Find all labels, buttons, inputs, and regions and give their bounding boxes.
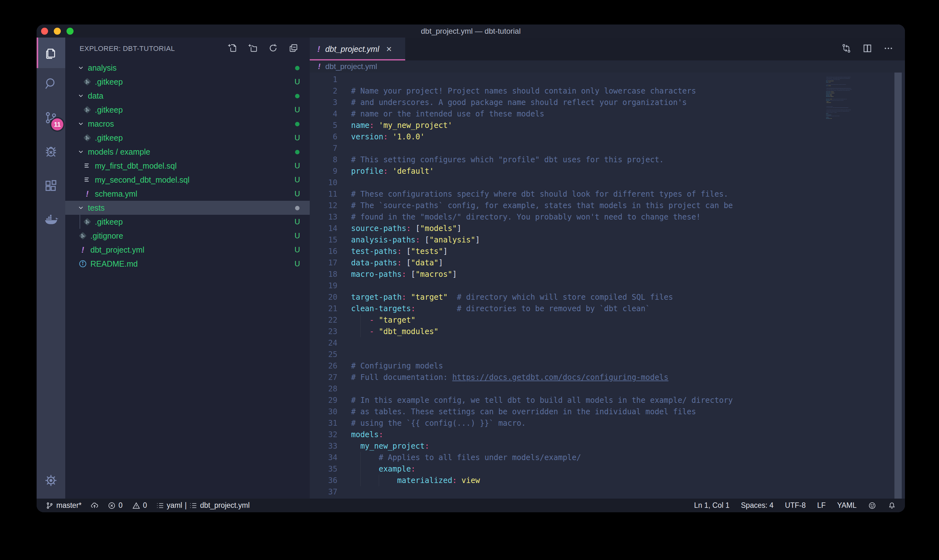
tree-folder-macros[interactable]: macros xyxy=(65,117,310,131)
line-number: 29 xyxy=(310,395,337,406)
code-line-19[interactable] xyxy=(351,280,733,291)
code-line-5[interactable]: name: 'my_new_project' xyxy=(351,120,733,131)
breadcrumb-file-label[interactable]: dbt_project.yml xyxy=(325,62,377,71)
code-line-3[interactable]: # and underscores. A good package name s… xyxy=(351,97,733,108)
code-line-27[interactable]: # Full documentation: https://docs.getdb… xyxy=(351,372,733,383)
code-line-36[interactable]: materialized: view xyxy=(351,475,733,486)
new-folder-icon[interactable] xyxy=(247,42,259,54)
git-status-dot xyxy=(293,203,302,212)
code-line-37[interactable] xyxy=(351,486,733,498)
activity-source-control[interactable]: 11 xyxy=(37,103,65,133)
code-line-10[interactable] xyxy=(351,177,733,188)
explorer-sidebar: EXPLORER: DBT-TUTORIAL analysis.gitkeepU… xyxy=(65,37,310,498)
encoding-indicator[interactable]: UTF-8 xyxy=(785,501,806,510)
code-line-21[interactable]: clean-targets: # directories to be remov… xyxy=(351,303,733,314)
tree-folder-data[interactable]: data xyxy=(65,89,310,103)
code-line-16[interactable]: test-paths: ["tests"] xyxy=(351,246,733,257)
code-line-23[interactable]: - "dbt_modules" xyxy=(351,326,733,337)
code-line-11[interactable]: # These configurations specify where dbt… xyxy=(351,188,733,200)
line-number: 20 xyxy=(310,291,337,303)
code-line-22[interactable]: - "target" xyxy=(351,314,733,326)
problems-indicator[interactable]: 0 0 xyxy=(108,501,147,510)
collapse-all-icon[interactable] xyxy=(288,42,300,54)
tree-item--gitkeep[interactable]: .gitkeepU xyxy=(65,103,310,117)
code-content[interactable]: # Name your project! Project names shoul… xyxy=(826,76,888,121)
code-line-24[interactable] xyxy=(351,337,733,349)
minimap[interactable]: # Name your project! Project names shoul… xyxy=(826,76,893,496)
tree-item-label: macros xyxy=(88,119,114,129)
git-file-icon xyxy=(83,105,92,114)
code-line-28[interactable] xyxy=(351,383,733,395)
activity-bar: 11 xyxy=(37,37,65,498)
activity-settings[interactable] xyxy=(37,465,65,496)
tab-dbt-project-yml[interactable]: ! dbt_project.yml × xyxy=(310,37,405,60)
code-line-14[interactable]: source-paths: ["models"] xyxy=(351,223,733,234)
tree-folder-tests[interactable]: tests xyxy=(65,201,310,215)
tree-item--gitignore[interactable]: .gitignoreU xyxy=(65,229,310,243)
selection-lang-indicator[interactable]: yaml | dbt_project.yml xyxy=(156,501,250,510)
tree-item-readme-md[interactable]: README.mdU xyxy=(65,257,310,271)
more-actions-icon[interactable] xyxy=(883,43,893,55)
code-line-17[interactable]: data-paths: ["data"] xyxy=(351,257,733,269)
eol-indicator[interactable]: LF xyxy=(817,501,826,510)
code-line-7[interactable] xyxy=(351,143,733,154)
debug-icon xyxy=(44,145,58,159)
line-number: 32 xyxy=(310,429,337,440)
code-line-34[interactable]: # Applies to all files under models/exam… xyxy=(351,452,733,463)
code-line-29[interactable]: # In this example config, we tell dbt to… xyxy=(351,395,733,406)
language-mode[interactable]: YAML xyxy=(837,501,857,510)
code-line-8[interactable]: # This setting configures which "profile… xyxy=(351,154,733,165)
code-line-15[interactable]: analysis-paths: ["analysis"] xyxy=(351,234,733,246)
tree-item--gitkeep[interactable]: .gitkeepU xyxy=(65,215,310,229)
indentation-indicator[interactable]: Spaces: 4 xyxy=(741,501,773,510)
code-line-30[interactable]: # as tables. These settings can be overr… xyxy=(351,406,733,417)
tab-close-icon[interactable]: × xyxy=(386,44,392,54)
tree-item-my-second-dbt-model-sql[interactable]: my_second_dbt_model.sqlU xyxy=(65,173,310,187)
tree-item--gitkeep[interactable]: .gitkeepU xyxy=(65,75,310,89)
code-line-31[interactable]: # using the `{{ config(...) }}` macro. xyxy=(351,417,733,429)
line-number: 1 xyxy=(310,74,337,85)
title-bar[interactable]: dbt_project.yml — dbt-tutorial xyxy=(37,25,905,37)
line-number: 11 xyxy=(310,188,337,200)
tree-folder-analysis[interactable]: analysis xyxy=(65,61,310,75)
activity-docker[interactable] xyxy=(37,205,65,235)
code-line-33[interactable]: my_new_project: xyxy=(351,440,733,452)
tree-item-dbt-project-yml[interactable]: !dbt_project.ymlU xyxy=(65,243,310,257)
code-line-26[interactable]: # Configuring models xyxy=(351,360,733,372)
code-line-12[interactable]: # The `source-paths` config, for example… xyxy=(351,200,733,211)
tree-item-my-first-dbt-model-sql[interactable]: my_first_dbt_model.sqlU xyxy=(65,159,310,173)
code-line-2[interactable]: # Name your project! Project names shoul… xyxy=(351,85,733,97)
code-line-35[interactable]: example: xyxy=(351,463,733,475)
code-line-18[interactable]: macro-paths: ["macros"] xyxy=(351,269,733,280)
line-number: 26 xyxy=(310,360,337,372)
compare-changes-icon[interactable] xyxy=(841,43,851,55)
code-line-9[interactable]: profile: 'default' xyxy=(351,165,733,177)
tree-folder-models-example[interactable]: models / example xyxy=(65,145,310,159)
code-line-13[interactable]: # found in the "models/" directory. You … xyxy=(351,211,733,223)
tree-item-label: .gitkeep xyxy=(95,77,123,86)
feedback-smiley-icon[interactable] xyxy=(868,502,876,510)
sync-changes-button[interactable] xyxy=(91,502,99,510)
code-line-25[interactable] xyxy=(351,349,733,360)
code-area[interactable]: 1234567891011121314151617181920212223242… xyxy=(310,72,905,498)
code-line-20[interactable]: target-path: "target" # directory which … xyxy=(351,291,733,303)
tree-item-schema-yml[interactable]: !schema.ymlU xyxy=(65,187,310,201)
breadcrumb[interactable]: ! dbt_project.yml xyxy=(310,60,905,72)
code-line-32[interactable]: models: xyxy=(351,429,733,440)
branch-indicator[interactable]: master* xyxy=(46,501,82,510)
vertical-scrollbar[interactable] xyxy=(894,72,902,498)
split-editor-icon[interactable] xyxy=(862,43,873,55)
tree-item--gitkeep[interactable]: .gitkeepU xyxy=(65,131,310,145)
cursor-position[interactable]: Ln 1, Col 1 xyxy=(694,501,730,510)
activity-run-debug[interactable] xyxy=(37,137,65,168)
code-line-1[interactable] xyxy=(351,74,733,85)
activity-extensions[interactable] xyxy=(37,171,65,202)
activity-explorer[interactable] xyxy=(37,37,65,68)
code-content[interactable]: # Name your project! Project names shoul… xyxy=(351,74,733,498)
notifications-bell-icon[interactable] xyxy=(888,502,896,510)
refresh-icon[interactable] xyxy=(267,42,279,54)
code-line-4[interactable]: # name or the intended use of these mode… xyxy=(351,108,733,120)
activity-search[interactable] xyxy=(37,68,65,99)
code-line-6[interactable]: version: '1.0.0' xyxy=(351,131,733,143)
new-file-icon[interactable] xyxy=(226,42,239,54)
